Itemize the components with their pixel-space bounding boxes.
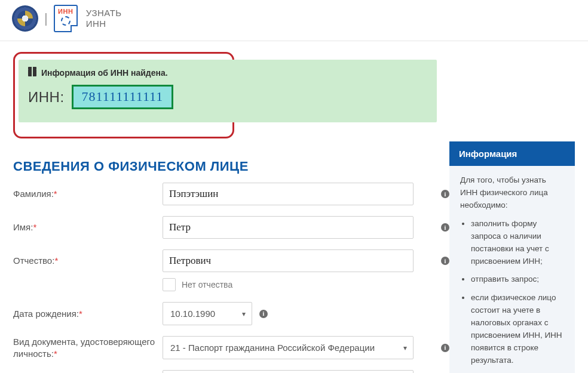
inn-doc-icon: ИНН — [54, 5, 78, 32]
result-highlight: Информация об ИНН найдена. ИНН: 78111111… — [13, 52, 234, 138]
app-title-line1: УЗНАТЬ — [86, 8, 122, 19]
lastname-label: Фамилия:* — [13, 188, 163, 200]
lastname-input[interactable] — [163, 183, 414, 205]
info-bullet: отправить запрос; — [471, 273, 564, 286]
birthdate-input[interactable]: 10.10.1990 ▾ — [163, 302, 252, 325]
emblem-icon — [12, 5, 38, 32]
info-icon[interactable]: i — [441, 257, 449, 265]
middlename-label: Отчество:* — [13, 255, 163, 267]
info-panel-intro: Для того, чтобы узнать ИНН физического л… — [460, 174, 564, 212]
info-icon[interactable]: i — [441, 190, 449, 198]
app-header: | ИНН УЗНАТЬ ИНН — [0, 0, 588, 41]
gift-icon — [28, 69, 36, 76]
chevron-down-icon: ▾ — [242, 310, 246, 318]
middlename-input[interactable] — [163, 249, 414, 272]
firstname-input[interactable] — [163, 216, 414, 239]
chevron-down-icon: ▾ — [403, 344, 407, 352]
inn-label: ИНН: — [28, 89, 65, 106]
no-middlename-label: Нет отчества — [182, 280, 232, 289]
info-icon[interactable]: i — [259, 310, 268, 318]
no-middlename-checkbox[interactable] — [163, 278, 176, 291]
doc-badge-text: ИНН — [58, 8, 73, 15]
app-title: УЗНАТЬ ИНН — [86, 8, 122, 29]
success-heading: Информация об ИНН найдена. — [28, 68, 427, 78]
info-panel-list: заполнить форму запроса о наличии постан… — [460, 218, 564, 367]
info-bullet: если физическое лицо состоит на учете в … — [471, 292, 564, 367]
inn-value: 781111111111 — [72, 85, 174, 109]
success-panel: Информация об ИНН найдена. ИНН: 78111111… — [19, 60, 437, 122]
docnum-input[interactable] — [163, 370, 414, 373]
section-title: СВЕДЕНИЯ О ФИЗИЧЕСКОМ ЛИЦЕ — [13, 159, 435, 174]
info-panel-title: Информация — [449, 141, 575, 166]
info-icon[interactable]: i — [441, 223, 449, 232]
app-title-line2: ИНН — [86, 19, 122, 29]
spinner-icon — [61, 16, 71, 26]
success-text: Информация об ИНН найдена. — [41, 68, 168, 78]
info-panel: Информация Для того, чтобы узнать ИНН фи… — [449, 141, 575, 373]
info-bullet: заполнить форму запроса о наличии постан… — [471, 218, 564, 268]
info-icon[interactable]: i — [441, 344, 449, 352]
firstname-label: Имя:* — [13, 221, 163, 233]
doctype-label: Вид документа, удостоверяющего личность:… — [13, 336, 163, 359]
birthdate-label: Дата рождения:* — [13, 308, 163, 320]
person-form: Фамилия:* i Имя:* i Отчество:* — [13, 183, 435, 373]
separator: | — [44, 11, 48, 26]
doctype-select[interactable]: 21 - Паспорт гражданина Российской Федер… — [163, 336, 414, 359]
